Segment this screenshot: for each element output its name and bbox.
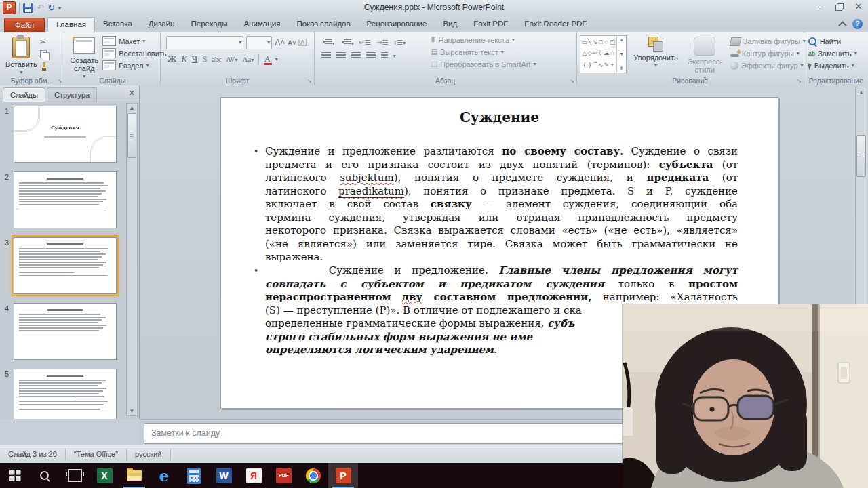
shape-effects-button[interactable]: Эффекты фигур▾ (730, 61, 806, 70)
strikethrough-icon[interactable]: abc (212, 56, 222, 63)
language-indicator[interactable]: русский (127, 449, 170, 460)
slide-title[interactable]: Суждение (221, 109, 778, 125)
shape-icon[interactable]: ↘ (593, 39, 598, 45)
reset-button[interactable]: Восстановить (102, 48, 166, 58)
cut-icon[interactable]: ✂ (40, 37, 49, 47)
tab-анимация[interactable]: Анимация (235, 17, 288, 32)
paragraph-dialog-launcher-icon[interactable]: ↘ (570, 78, 574, 84)
scrollbar-thumb[interactable] (856, 135, 866, 177)
thumbnail-preview[interactable] (14, 303, 117, 360)
format-painter-icon[interactable] (40, 62, 48, 71)
collapse-ribbon-icon[interactable] (838, 21, 847, 30)
text-shadow-icon[interactable]: S (202, 54, 207, 64)
tab-рецензирование[interactable]: Рецензирование (359, 17, 435, 32)
bold-icon[interactable]: Ж (167, 54, 176, 64)
convert-smartart-button[interactable]: ⬚Преобразовать в SmartArt▾ (431, 60, 536, 69)
shape-outline-button[interactable]: Контур фигуры▾ (730, 49, 806, 58)
tab-foxit-reader-pdf[interactable]: Foxit Reader PDF (516, 17, 595, 32)
shape-icon[interactable]: ▭ (582, 39, 588, 45)
taskbar-yandex-browser-icon[interactable]: Я (239, 463, 269, 488)
shape-icon[interactable]: ⇩ (598, 49, 604, 56)
select-button[interactable]: Выделить▾ (808, 61, 864, 70)
taskbar-task-view-icon[interactable] (60, 463, 90, 488)
tab-foxit-pdf[interactable]: Foxit PDF (465, 17, 516, 32)
new-slide-button[interactable]: ✳ Создать слайд▾ (67, 34, 101, 82)
scroll-up-icon[interactable]: ▲ (127, 105, 137, 111)
scrollbar-thumb[interactable] (127, 113, 136, 158)
tab-slides[interactable]: Слайды (3, 87, 45, 102)
taskbar-start-icon[interactable] (0, 463, 30, 488)
columns-icon[interactable] (381, 52, 388, 59)
character-spacing-icon[interactable]: AV▾ (226, 56, 237, 63)
taskbar-edge-icon[interactable]: e (149, 463, 179, 488)
help-icon[interactable]: ? (852, 19, 863, 29)
taskbar-chrome-icon[interactable] (298, 463, 328, 488)
shape-icon[interactable]: ▢ (610, 39, 616, 45)
shape-icon[interactable]: ⇨ (593, 49, 598, 56)
tab-вставка[interactable]: Вставка (95, 17, 140, 32)
align-right-icon[interactable] (351, 52, 361, 59)
layout-button[interactable]: Макет▾ (102, 36, 166, 46)
shape-fill-button[interactable]: Заливка фигуры▾ (730, 37, 806, 46)
slides-panel-scrollbar[interactable]: ▲ ▼ (126, 103, 138, 416)
shape-icon[interactable]: ◇ (587, 49, 592, 56)
drawing-dialog-launcher-icon[interactable]: ↘ (797, 78, 802, 84)
taskbar-search-icon[interactable] (30, 463, 60, 488)
close-button[interactable]: ✕ (853, 2, 864, 12)
clipboard-dialog-launcher-icon[interactable]: ↘ (58, 78, 62, 84)
slide-bullet-1[interactable]: • Суждение и предложение различаются по … (265, 145, 738, 264)
theme-name[interactable]: "Тема Office" (66, 449, 127, 460)
slide-thumbnail-4[interactable]: 4 (0, 303, 125, 360)
align-text-button[interactable]: ▤Выровнять текст▾ (431, 47, 536, 57)
thumbnail-preview[interactable] (14, 369, 117, 419)
font-dialog-launcher-icon[interactable]: ↘ (307, 78, 312, 84)
shape-icon[interactable]: □ (599, 39, 602, 45)
text-direction-button[interactable]: ⅢНаправление текста▾ (431, 35, 536, 45)
slide-thumbnail-5[interactable]: 5 (0, 369, 125, 419)
slide-thumbnail-3[interactable]: 3 (0, 237, 125, 294)
taskbar-powerpoint-icon[interactable]: P (328, 463, 358, 488)
justify-icon[interactable] (366, 52, 376, 59)
align-center-icon[interactable] (336, 52, 346, 59)
slide-thumbnail-2[interactable]: 2 (0, 171, 125, 228)
shape-icon[interactable]: ∿ (598, 62, 604, 68)
taskbar-calculator-icon[interactable] (179, 463, 209, 488)
minimize-button[interactable]: – (815, 2, 826, 12)
clear-formatting-icon[interactable]: 🄰 (299, 39, 307, 47)
bullets-icon[interactable]: ▾ (321, 36, 335, 48)
decrease-indent-icon[interactable]: ⇤☰ (359, 39, 371, 46)
shrink-font-icon[interactable]: A˅ (288, 39, 296, 47)
find-button[interactable]: Найти (808, 37, 864, 46)
paste-button[interactable]: Вставить▾ (3, 34, 40, 78)
replace-button[interactable]: abЗаменить▾ (808, 49, 864, 58)
thumbnail-preview[interactable] (14, 171, 117, 228)
numbering-icon[interactable]: ▾ (340, 36, 354, 48)
grow-font-icon[interactable]: A˄ (275, 38, 285, 47)
shapes-gallery-scrollbar[interactable]: ▲▼⇟ (616, 36, 626, 73)
change-case-icon[interactable]: Aa▾ (243, 55, 254, 63)
thumbnail-preview[interactable]: Суждения (14, 106, 117, 163)
font-size-combo[interactable]: ▾ (246, 36, 272, 49)
taskbar-file-explorer-icon[interactable] (119, 463, 149, 488)
font-name-combo[interactable]: ▾ (166, 36, 243, 49)
tab-outline[interactable]: Структура (47, 87, 97, 102)
shape-icon[interactable]: ( (583, 62, 585, 68)
increase-indent-icon[interactable]: ⇥☰ (376, 39, 388, 46)
restore-button[interactable] (835, 3, 844, 11)
section-button[interactable]: Раздел▾ (102, 60, 166, 70)
slide-thumbnail-1[interactable]: 1Суждения (0, 106, 125, 163)
line-spacing-icon[interactable]: ↕☰▾ (393, 39, 406, 46)
taskbar-word-icon[interactable]: W (209, 463, 239, 488)
tab-показ-слайдов[interactable]: Показ слайдов (288, 17, 358, 32)
font-color-icon[interactable]: А (264, 54, 270, 64)
shape-icon[interactable]: ⌒ (592, 61, 598, 70)
scroll-up-icon[interactable]: ▲ (856, 89, 867, 96)
shape-icon[interactable]: ✎ (604, 62, 609, 68)
shape-icon[interactable]: ) (589, 62, 591, 68)
shape-icon[interactable]: △ (582, 49, 587, 56)
taskbar-foxit-pdf-icon[interactable]: PDF (269, 463, 298, 488)
tab-file[interactable]: Файл (4, 18, 45, 32)
shape-icon[interactable]: + (610, 62, 614, 68)
shape-icon[interactable]: ╲ (588, 39, 591, 45)
scroll-down-icon[interactable]: ▼ (127, 408, 137, 414)
